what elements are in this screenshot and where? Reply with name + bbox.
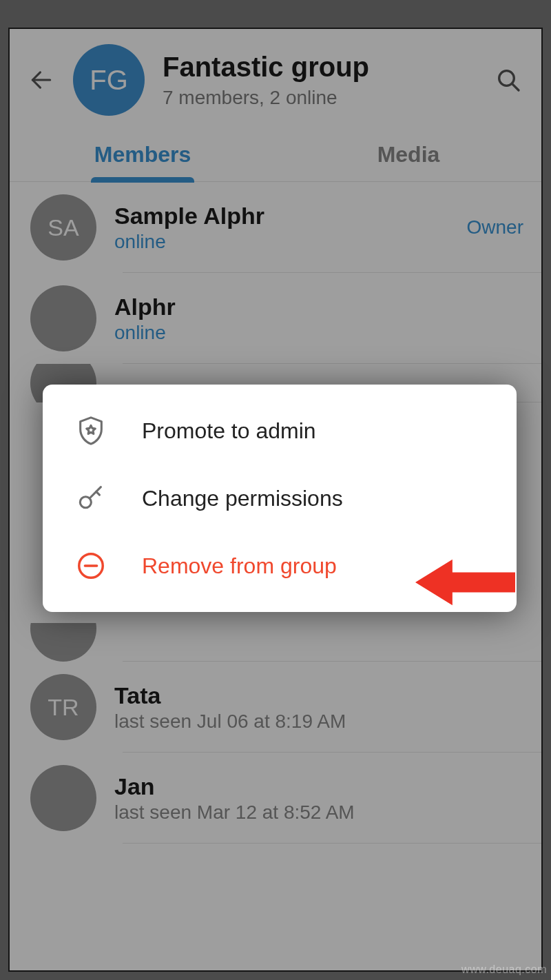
key-icon: [73, 482, 109, 514]
annotation-arrow: [415, 551, 515, 613]
menu-label: Remove from group: [142, 553, 337, 579]
shield-star-icon: [73, 415, 109, 447]
menu-label: Change permissions: [142, 486, 343, 511]
svg-marker-6: [415, 560, 515, 605]
remove-circle-icon: [73, 550, 109, 582]
menu-label: Promote to admin: [142, 418, 316, 444]
watermark: www.deuaq.com: [461, 963, 547, 976]
menu-promote-admin[interactable]: Promote to admin: [43, 397, 517, 465]
menu-change-permissions[interactable]: Change permissions: [43, 465, 517, 532]
